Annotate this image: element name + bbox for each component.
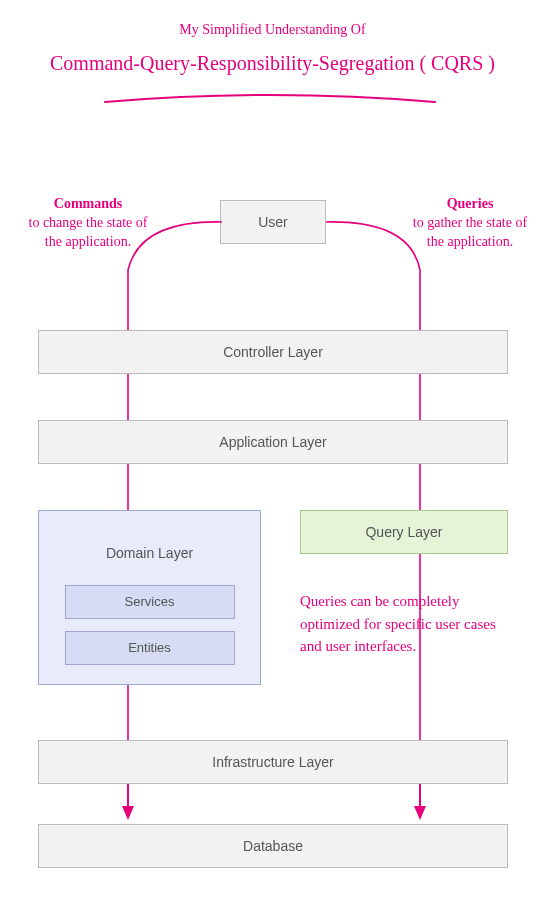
domain-layer-box: Domain Layer Services Entities xyxy=(38,510,261,685)
commands-body: to change the state of the application. xyxy=(29,215,148,249)
controller-layer-box: Controller Layer xyxy=(38,330,508,374)
user-box: User xyxy=(220,200,326,244)
application-layer-box: Application Layer xyxy=(38,420,508,464)
diagram-subtitle: My Simplified Understanding Of xyxy=(0,22,545,38)
database-box: Database xyxy=(38,824,508,868)
infrastructure-layer-box: Infrastructure Layer xyxy=(38,740,508,784)
diagram-title: Command-Query-Responsibility-Segregation… xyxy=(0,52,545,75)
queries-heading: Queries xyxy=(447,196,494,211)
title-underline xyxy=(100,90,440,110)
queries-body: to gather the state of the application. xyxy=(413,215,527,249)
entities-box: Entities xyxy=(65,631,235,665)
commands-heading: Commands xyxy=(54,196,122,211)
commands-annotation: Commands to change the state of the appl… xyxy=(28,195,148,252)
services-box: Services xyxy=(65,585,235,619)
queries-annotation: Queries to gather the state of the appli… xyxy=(410,195,530,252)
query-optimization-note: Queries can be completely optimized for … xyxy=(300,590,510,658)
domain-layer-label: Domain Layer xyxy=(39,545,260,561)
query-layer-box: Query Layer xyxy=(300,510,508,554)
